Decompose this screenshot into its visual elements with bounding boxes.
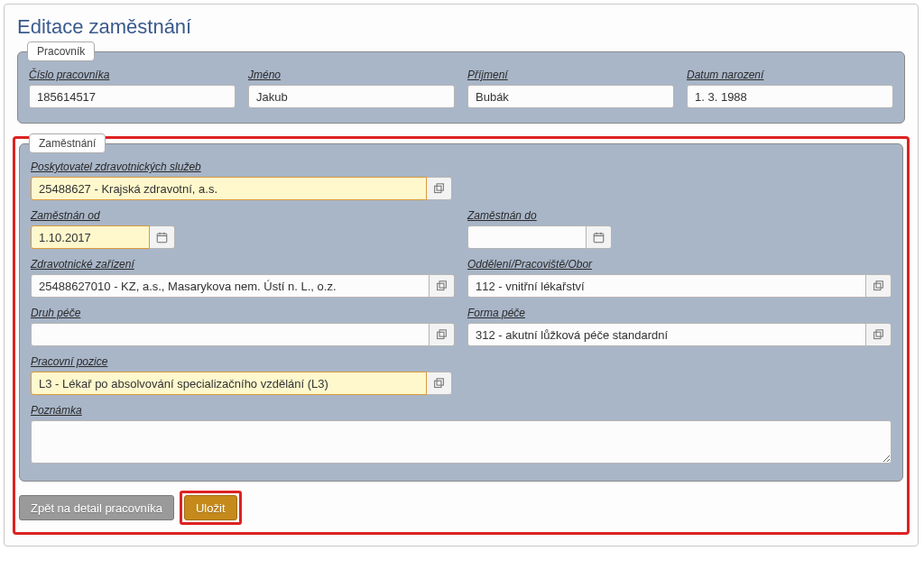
highlighted-area: Zaměstnání Poskytovatel zdravotnických s… bbox=[13, 136, 910, 535]
care-type-input[interactable] bbox=[31, 323, 430, 346]
form-panel: Editace zaměstnání Pracovník Číslo praco… bbox=[4, 4, 919, 547]
employed-from-label: Zaměstnán od bbox=[31, 209, 455, 222]
care-type-lookup-button[interactable] bbox=[430, 323, 455, 346]
position-label: Pracovní pozice bbox=[31, 355, 452, 368]
calendar-icon bbox=[593, 232, 605, 243]
popup-icon bbox=[873, 280, 884, 292]
care-form-lookup-button[interactable] bbox=[866, 323, 892, 346]
employee-birthdate-label: Datum narození bbox=[687, 69, 893, 81]
department-input[interactable] bbox=[467, 274, 866, 298]
note-label: Poznámka bbox=[31, 404, 892, 417]
calendar-icon bbox=[156, 232, 168, 243]
employee-lastname-input[interactable] bbox=[467, 85, 674, 108]
svg-rect-2 bbox=[157, 234, 167, 243]
employment-fieldset: Zaměstnání Poskytovatel zdravotnických s… bbox=[19, 143, 903, 482]
employee-id-col: Číslo pracovníka bbox=[29, 69, 236, 108]
employed-to-calendar-button[interactable] bbox=[587, 225, 612, 249]
care-form-col: Forma péče bbox=[467, 307, 892, 346]
care-form-label: Forma péče bbox=[467, 307, 892, 319]
svg-rect-16 bbox=[874, 332, 881, 338]
provider-label: Poskytovatel zdravotnických služeb bbox=[31, 161, 452, 173]
popup-icon bbox=[436, 280, 448, 292]
employee-firstname-input[interactable] bbox=[248, 85, 455, 108]
employed-to-input[interactable] bbox=[467, 225, 587, 249]
employed-from-calendar-button[interactable] bbox=[150, 225, 175, 249]
employed-to-col: Zaměstnán do bbox=[467, 209, 892, 249]
employed-from-col: Zaměstnán od bbox=[31, 209, 455, 249]
svg-rect-11 bbox=[439, 280, 446, 287]
provider-input[interactable] bbox=[31, 177, 427, 200]
svg-rect-0 bbox=[435, 186, 441, 192]
facility-lookup-button[interactable] bbox=[430, 274, 455, 298]
svg-rect-19 bbox=[438, 378, 444, 384]
department-col: Oddělení/Pracoviště/Obor bbox=[467, 258, 892, 298]
employee-firstname-col: Jméno bbox=[248, 69, 455, 108]
employed-from-input[interactable] bbox=[31, 225, 150, 249]
page-title: Editace zaměstnání bbox=[17, 15, 905, 39]
popup-icon bbox=[873, 329, 884, 341]
facility-input[interactable] bbox=[31, 274, 430, 298]
position-lookup-button[interactable] bbox=[427, 372, 452, 395]
employed-to-label: Zaměstnán do bbox=[467, 209, 892, 222]
svg-rect-15 bbox=[439, 329, 446, 335]
svg-rect-18 bbox=[435, 381, 441, 387]
department-label: Oddělení/Pracoviště/Obor bbox=[467, 258, 892, 271]
note-textarea[interactable] bbox=[31, 420, 892, 464]
save-button-highlight: Uložit bbox=[180, 491, 242, 525]
provider-lookup-button[interactable] bbox=[427, 177, 452, 200]
svg-rect-6 bbox=[594, 234, 604, 243]
employee-birthdate-input[interactable] bbox=[687, 85, 893, 108]
department-lookup-button[interactable] bbox=[866, 274, 892, 298]
popup-icon bbox=[433, 183, 445, 195]
employee-lastname-label: Příjmení bbox=[467, 69, 674, 81]
employment-legend: Zaměstnání bbox=[29, 133, 106, 153]
facility-col: Zdravotnické zařízení bbox=[31, 258, 455, 298]
employee-firstname-label: Jméno bbox=[248, 69, 455, 81]
care-type-label: Druh péče bbox=[31, 307, 455, 319]
care-type-col: Druh péče bbox=[31, 307, 455, 346]
position-col: Pracovní pozice bbox=[31, 355, 452, 395]
employee-birthdate-col: Datum narození bbox=[687, 69, 893, 108]
note-col: Poznámka bbox=[31, 404, 892, 466]
svg-rect-17 bbox=[876, 329, 882, 335]
employee-legend: Pracovník bbox=[27, 41, 95, 61]
svg-rect-10 bbox=[438, 283, 444, 289]
provider-col: Poskytovatel zdravotnických služeb bbox=[31, 161, 452, 200]
employee-lastname-col: Příjmení bbox=[467, 69, 674, 108]
svg-rect-1 bbox=[438, 183, 444, 189]
care-form-input[interactable] bbox=[467, 323, 866, 346]
back-button[interactable]: Zpět na detail pracovníka bbox=[19, 495, 174, 520]
svg-rect-14 bbox=[438, 332, 444, 338]
employee-id-input[interactable] bbox=[29, 85, 236, 108]
employee-fieldset: Pracovník Číslo pracovníka Jméno Příjmen… bbox=[17, 51, 905, 124]
popup-icon bbox=[436, 329, 448, 341]
action-bar: Zpět na detail pracovníka Uložit bbox=[19, 491, 903, 525]
employee-id-label: Číslo pracovníka bbox=[29, 69, 236, 81]
svg-rect-13 bbox=[876, 280, 882, 287]
save-button[interactable]: Uložit bbox=[184, 495, 237, 520]
position-input[interactable] bbox=[31, 372, 427, 395]
svg-rect-12 bbox=[874, 283, 881, 289]
facility-label: Zdravotnické zařízení bbox=[31, 258, 455, 271]
popup-icon bbox=[433, 378, 445, 390]
